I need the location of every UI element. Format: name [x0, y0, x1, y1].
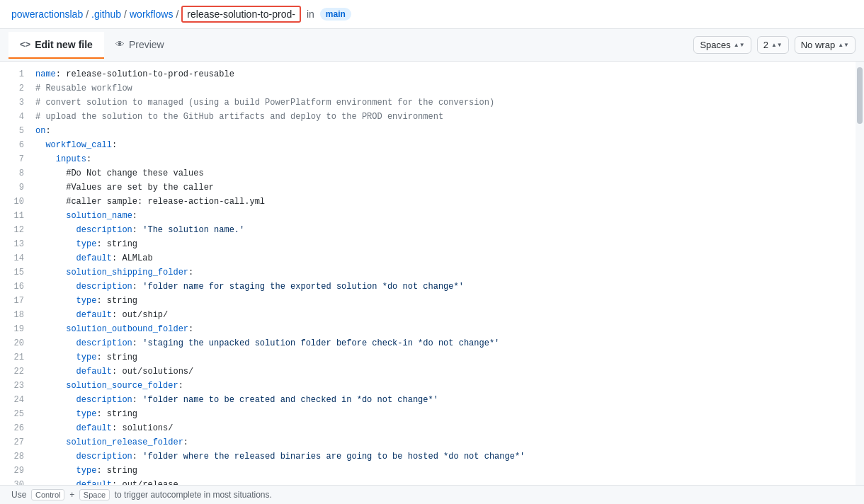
line-content: solution_outbound_folder: — [35, 322, 856, 336]
code-line: 6 workflow_call: — [0, 138, 856, 152]
wrap-select[interactable]: No wrap ▲▼ — [795, 36, 856, 54]
branch-badge: main — [320, 8, 351, 21]
line-number: 7 — [0, 152, 35, 166]
line-number: 25 — [0, 407, 35, 421]
line-number: 27 — [0, 435, 35, 449]
tab-edit[interactable]: <> Edit new file — [8, 32, 104, 59]
line-number: 26 — [0, 421, 35, 435]
line-number: 23 — [0, 379, 35, 393]
line-number: 6 — [0, 138, 35, 152]
line-number: 9 — [0, 181, 35, 195]
line-number: 11 — [0, 209, 35, 223]
breadcrumb-org[interactable]: poweractionslab — [11, 8, 83, 20]
editor-main: 1name: release-solution-to-prod-reusable… — [0, 62, 856, 485]
code-line: 11 solution_name: — [0, 209, 856, 223]
code-line: 19 solution_outbound_folder: — [0, 322, 856, 336]
code-line: 28 description: 'folder where the releas… — [0, 449, 856, 464]
spaces-arrows[interactable]: ▲▼ — [734, 42, 745, 48]
code-line: 14 default: ALMLab — [0, 251, 856, 265]
code-line: 3# convert solution to managed (using a … — [0, 96, 856, 110]
line-content: # Reusable workflow — [35, 81, 856, 96]
line-content: solution_source_folder: — [35, 379, 856, 393]
line-number: 10 — [0, 195, 35, 209]
code-line: 20 description: 'staging the unpacked so… — [0, 336, 856, 350]
code-line: 18 default: out/ship/ — [0, 308, 856, 322]
breadcrumb-repo[interactable]: .github — [91, 8, 121, 20]
spaces-label: Spaces — [700, 40, 730, 50]
code-line: 27 solution_release_folder: — [0, 435, 856, 449]
line-content: type: string — [35, 294, 856, 308]
code-line: 1name: release-solution-to-prod-reusable — [0, 67, 856, 81]
code-line: 25 type: string — [0, 407, 856, 421]
line-content: solution_name: — [35, 209, 856, 223]
line-content: # convert solution to managed (using a b… — [35, 96, 856, 110]
code-line: 22 default: out/solutions/ — [0, 365, 856, 379]
line-number: 5 — [0, 124, 35, 138]
line-number: 8 — [0, 166, 35, 181]
line-content: workflow_call: — [35, 138, 856, 152]
code-line: 16 description: 'folder name for staging… — [0, 280, 856, 294]
line-number: 15 — [0, 265, 35, 280]
line-number: 4 — [0, 110, 35, 124]
line-content: description: 'folder where the released … — [35, 449, 856, 464]
code-line: 15 solution_shipping_folder: — [0, 265, 856, 280]
code-line: 12 description: 'The solution name.' — [0, 223, 856, 237]
line-number: 13 — [0, 237, 35, 251]
scrollbar-thumb[interactable] — [857, 67, 863, 124]
spaces-select[interactable]: Spaces ▲▼ — [693, 36, 751, 54]
line-content: default: out/release — [35, 478, 856, 485]
line-number: 19 — [0, 322, 35, 336]
line-content: solution_release_folder: — [35, 435, 856, 449]
scrollbar-track[interactable] — [856, 62, 864, 485]
wrap-label: No wrap — [801, 40, 835, 50]
line-content: type: string — [35, 464, 856, 478]
line-number: 21 — [0, 350, 35, 365]
code-line: 7 inputs: — [0, 152, 856, 166]
kbd-control: Control — [31, 489, 64, 500]
line-content: #Values are set by the caller — [35, 181, 856, 195]
line-content: description: 'folder name to be created … — [35, 393, 856, 407]
breadcrumb-sep1: / — [86, 8, 89, 20]
line-content: default: out/solutions/ — [35, 365, 856, 379]
line-number: 30 — [0, 478, 35, 485]
tab-preview[interactable]: 👁 Preview — [104, 32, 176, 59]
line-number: 1 — [0, 67, 35, 81]
code-line: 29 type: string — [0, 464, 856, 478]
code-line: 2# Reusable workflow — [0, 81, 856, 96]
code-line: 23 solution_source_folder: — [0, 379, 856, 393]
line-content: name: release-solution-to-prod-reusable — [35, 67, 856, 81]
breadcrumb-sep2: / — [124, 8, 127, 20]
tab-bar-left: <> Edit new file 👁 Preview — [8, 32, 176, 59]
line-number: 17 — [0, 294, 35, 308]
line-number: 2 — [0, 81, 35, 96]
status-bar: Use Control + Space to trigger autocompl… — [0, 485, 864, 504]
tab-bar-right: Spaces ▲▼ 2 ▲▼ No wrap ▲▼ — [693, 36, 856, 54]
line-number: 16 — [0, 280, 35, 294]
line-content: #Do Not change these values — [35, 166, 856, 181]
breadcrumb: poweractionslab / .github / workflows / … — [0, 0, 864, 29]
code-line: 24 description: 'folder name to be creat… — [0, 393, 856, 407]
line-content: on: — [35, 124, 856, 138]
breadcrumb-file: release-solution-to-prod- — [181, 6, 301, 23]
code-line: 4# upload the solution to the GitHub art… — [0, 110, 856, 124]
breadcrumb-folder[interactable]: workflows — [130, 8, 173, 20]
line-number: 18 — [0, 308, 35, 322]
code-line: 30 default: out/release — [0, 478, 856, 485]
breadcrumb-sep3: / — [176, 8, 178, 20]
indent-select[interactable]: 2 ▲▼ — [757, 36, 789, 54]
code-line: 26 default: solutions/ — [0, 421, 856, 435]
line-content: default: out/ship/ — [35, 308, 856, 322]
code-line: 9 #Values are set by the caller — [0, 181, 856, 195]
code-editor[interactable]: 1name: release-solution-to-prod-reusable… — [0, 62, 856, 485]
wrap-arrows[interactable]: ▲▼ — [838, 42, 849, 48]
line-content: inputs: — [35, 152, 856, 166]
line-content: default: solutions/ — [35, 421, 856, 435]
tab-edit-label: Edit new file — [35, 39, 93, 50]
line-content: type: string — [35, 407, 856, 421]
indent-arrows[interactable]: ▲▼ — [771, 42, 783, 48]
line-content: description: 'folder name for staging th… — [35, 280, 856, 294]
line-number: 12 — [0, 223, 35, 237]
code-line: 8 #Do Not change these values — [0, 166, 856, 181]
line-number: 3 — [0, 96, 35, 110]
edit-icon: <> — [20, 39, 30, 50]
